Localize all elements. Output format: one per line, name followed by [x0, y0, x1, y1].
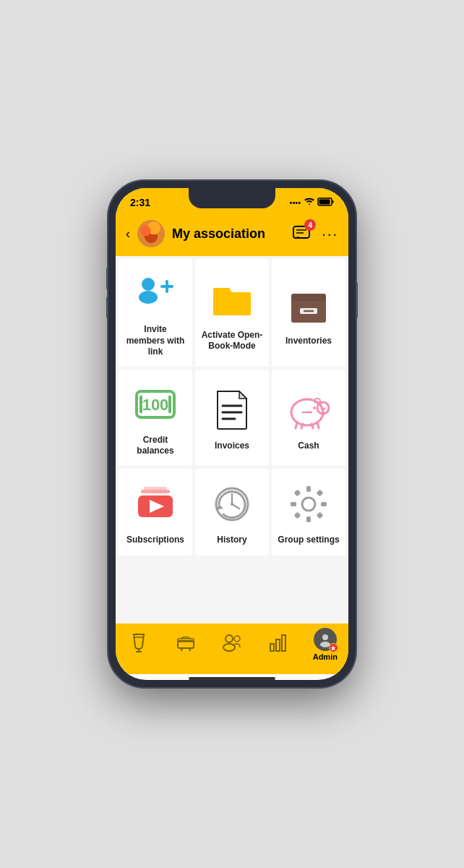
credit-balances-label: Credit balances	[124, 435, 186, 457]
svg-point-24	[321, 407, 323, 409]
svg-line-57	[181, 648, 182, 651]
notch	[189, 188, 275, 208]
back-button[interactable]: ‹	[126, 226, 130, 242]
svg-rect-64	[282, 635, 285, 651]
svg-rect-51	[317, 512, 324, 519]
svg-line-58	[189, 648, 190, 651]
avatar	[137, 220, 165, 247]
svg-point-42	[231, 503, 233, 506]
svg-rect-44	[306, 486, 311, 492]
open-book-mode-item[interactable]: Activate Open-Book-Mode	[195, 259, 269, 367]
signal-icon: ••••	[290, 198, 301, 207]
home-indicator	[189, 677, 275, 680]
subscriptions-label: Subscriptions	[126, 535, 184, 546]
svg-point-25	[324, 407, 326, 409]
phone-frame: 2:31 ••••	[108, 181, 356, 687]
cash-item[interactable]: Cash	[272, 370, 345, 466]
svg-rect-37	[144, 487, 167, 490]
svg-rect-50	[294, 512, 301, 519]
status-icons: ••••	[290, 197, 334, 208]
subscriptions-item[interactable]: Subscriptions	[119, 469, 192, 556]
tab-drinks[interactable]	[116, 633, 162, 656]
svg-point-7	[142, 278, 155, 291]
folder-icon	[209, 276, 255, 323]
admin-tab-label: Admin	[313, 652, 338, 661]
svg-line-28	[296, 422, 297, 428]
svg-rect-46	[291, 502, 296, 506]
page-title: My association	[172, 226, 283, 242]
cash-label: Cash	[298, 441, 319, 452]
chat-button[interactable]: 4	[290, 222, 313, 245]
status-time: 2:31	[130, 197, 150, 208]
svg-rect-17	[139, 396, 142, 413]
invite-members-item[interactable]: Invite members with link	[119, 259, 192, 367]
credit-balances-item[interactable]: 100 Credit balances	[119, 370, 192, 466]
members-icon	[222, 634, 242, 655]
tab-bar: Admin	[116, 624, 348, 674]
svg-line-29	[301, 424, 303, 428]
svg-point-60	[223, 644, 235, 651]
inventories-item[interactable]: Inventories	[272, 259, 345, 367]
svg-point-8	[139, 291, 158, 304]
invoices-label: Invoices	[215, 441, 249, 452]
battery-icon	[318, 197, 334, 208]
svg-rect-62	[270, 644, 274, 651]
history-item[interactable]: History	[195, 469, 269, 556]
volume-up-button	[106, 268, 108, 289]
svg-point-65	[322, 634, 328, 640]
svg-line-30	[312, 424, 313, 428]
phone-screen: 2:31 ••••	[116, 188, 348, 680]
svg-rect-45	[306, 516, 311, 522]
subs-icon	[132, 481, 179, 527]
drink-icon	[131, 633, 147, 656]
header: ‹ My association 4 ···	[116, 214, 348, 256]
svg-rect-2	[319, 200, 330, 205]
svg-point-61	[234, 636, 240, 642]
credit-icon: 100	[132, 381, 179, 427]
chat-badge: 4	[304, 219, 316, 231]
food-icon	[176, 634, 195, 655]
svg-point-43	[302, 498, 315, 511]
menu-grid: Invite members with link Activate Open-B…	[119, 259, 345, 556]
svg-rect-18	[168, 396, 171, 413]
svg-marker-6	[296, 236, 298, 238]
wifi-icon	[304, 197, 315, 208]
history-icon	[209, 481, 255, 527]
admin-badge	[329, 643, 338, 652]
svg-rect-12	[291, 294, 326, 301]
tab-admin[interactable]: Admin	[302, 628, 348, 661]
invite-icon	[132, 271, 179, 317]
invoice-icon	[209, 387, 255, 433]
svg-line-31	[317, 422, 319, 428]
tab-food[interactable]	[162, 634, 208, 655]
box-icon	[285, 282, 332, 328]
stats-icon	[269, 634, 288, 655]
avatar-image	[137, 220, 165, 247]
settings-icon	[285, 481, 332, 527]
tab-stats[interactable]	[255, 634, 301, 655]
svg-point-32	[313, 407, 316, 409]
group-settings-label: Group settings	[278, 535, 339, 546]
history-label: History	[217, 535, 246, 546]
volume-down-button	[106, 297, 108, 318]
open-book-label: Activate Open-Book-Mode	[201, 330, 263, 352]
group-settings-item[interactable]: Group settings	[272, 469, 345, 556]
admin-avatar-icon	[314, 628, 337, 651]
svg-rect-48	[294, 490, 301, 497]
svg-rect-49	[317, 490, 324, 497]
power-button	[356, 282, 358, 318]
header-actions: 4 ···	[290, 222, 338, 245]
svg-point-59	[225, 635, 233, 642]
invite-members-label: Invite members with link	[124, 324, 186, 358]
svg-rect-36	[141, 490, 170, 493]
piggy-icon	[285, 387, 332, 433]
svg-rect-1	[332, 200, 334, 203]
svg-text:100: 100	[142, 396, 169, 414]
main-content: Invite members with link Activate Open-B…	[116, 256, 348, 624]
tab-members[interactable]	[209, 634, 255, 655]
inventories-label: Inventories	[285, 336, 332, 347]
invoices-item[interactable]: Invoices	[195, 370, 269, 466]
svg-rect-63	[276, 639, 280, 651]
svg-rect-47	[321, 502, 327, 506]
more-button[interactable]: ···	[322, 226, 338, 242]
